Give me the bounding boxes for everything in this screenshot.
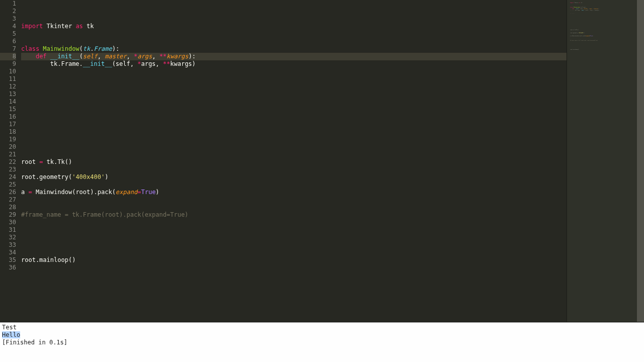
code-line[interactable] — [21, 219, 567, 226]
code-line[interactable] — [21, 106, 567, 113]
code-line[interactable] — [21, 68, 567, 75]
line-number: 10 — [0, 68, 16, 75]
line-number: 14 — [0, 98, 16, 106]
code-line[interactable] — [21, 30, 567, 38]
code-line[interactable] — [21, 241, 567, 249]
build-output-panel[interactable]: TestHello[Finished in 0.1s] — [0, 322, 644, 362]
line-number: 4 — [0, 23, 16, 30]
line-number: 6 — [0, 38, 16, 45]
code-line[interactable] — [21, 90, 567, 98]
code-line[interactable] — [21, 83, 567, 90]
line-number: 24 — [0, 173, 16, 181]
code-line[interactable] — [21, 121, 567, 128]
code-line[interactable]: root = tk.Tk() — [21, 158, 567, 166]
line-number: 8 — [0, 53, 16, 60]
line-number: 28 — [0, 204, 16, 211]
code-line[interactable] — [21, 279, 567, 287]
code-line[interactable] — [21, 113, 567, 121]
editor-pane[interactable]: 1234567891011121314151617181920212223242… — [0, 0, 644, 322]
console-line: [Finished in 0.1s] — [2, 339, 642, 346]
line-number: 3 — [0, 15, 16, 23]
code-line[interactable] — [21, 234, 567, 241]
scrollbar-thumb[interactable] — [637, 0, 644, 322]
line-number: 18 — [0, 128, 16, 136]
vertical-scrollbar[interactable] — [637, 0, 644, 322]
minimap-line — [570, 55, 634, 56]
line-number: 33 — [0, 241, 16, 249]
minimap[interactable]: import·Tkinter·as·tkclass·Mainwindow(tk.… — [567, 0, 637, 322]
line-number: 25 — [0, 181, 16, 189]
code-line[interactable] — [21, 98, 567, 106]
line-number: 17 — [0, 121, 16, 128]
code-line[interactable] — [21, 143, 567, 151]
code-line[interactable]: root.geometry('400x400') — [21, 173, 567, 181]
console-line: Test — [2, 324, 642, 331]
code-line[interactable] — [21, 181, 567, 189]
line-number: 30 — [0, 219, 16, 226]
line-number: 34 — [0, 249, 16, 256]
line-number: 7 — [0, 45, 16, 53]
line-number: 19 — [0, 136, 16, 143]
line-number: 26 — [0, 189, 16, 196]
code-line[interactable] — [21, 128, 567, 136]
line-number: 12 — [0, 83, 16, 90]
code-line[interactable] — [21, 136, 567, 143]
line-number: 21 — [0, 151, 16, 158]
line-number: 22 — [0, 158, 16, 166]
line-number: 31 — [0, 226, 16, 234]
line-number: 11 — [0, 75, 16, 83]
code-line[interactable] — [21, 166, 567, 173]
code-line[interactable] — [21, 151, 567, 158]
line-number: 2 — [0, 8, 16, 15]
code-line[interactable] — [21, 249, 567, 256]
code-line[interactable] — [21, 287, 567, 294]
code-line[interactable] — [21, 226, 567, 234]
line-number: 5 — [0, 30, 16, 38]
code-line[interactable] — [21, 75, 567, 83]
line-number: 16 — [0, 113, 16, 121]
code-line[interactable]: #frame_name = tk.Frame(root).pack(expand… — [21, 211, 567, 219]
code-line[interactable]: a = Mainwindow(root).pack(expand=True) — [21, 189, 567, 196]
line-number: 36 — [0, 264, 16, 272]
code-line[interactable]: root.mainloop() — [21, 256, 567, 264]
line-number: 20 — [0, 143, 16, 151]
line-number: 1 — [0, 0, 16, 8]
code-line[interactable]: class Mainwindow(tk.Frame): — [21, 45, 567, 53]
line-number: 9 — [0, 60, 16, 68]
console-line: Hello — [2, 331, 642, 339]
code-line[interactable] — [21, 272, 567, 279]
code-line[interactable] — [21, 204, 567, 211]
line-number: 15 — [0, 106, 16, 113]
line-number: 32 — [0, 234, 16, 241]
line-number: 29 — [0, 211, 16, 219]
code-area[interactable]: import Tkinter as tk class Mainwindow(tk… — [21, 0, 567, 322]
line-number-gutter: 1234567891011121314151617181920212223242… — [0, 0, 21, 322]
code-line[interactable] — [21, 196, 567, 204]
line-number: 23 — [0, 166, 16, 173]
code-line[interactable]: tk.Frame.__init__(self, *args, **kwargs) — [21, 60, 567, 68]
code-line[interactable] — [21, 264, 567, 272]
code-line[interactable] — [21, 38, 567, 45]
code-line[interactable]: import Tkinter as tk — [21, 23, 567, 30]
code-line[interactable]: def __init__(self, master, *args, **kwar… — [21, 53, 567, 60]
line-number: 27 — [0, 196, 16, 204]
line-number: 35 — [0, 256, 16, 264]
line-number: 13 — [0, 90, 16, 98]
